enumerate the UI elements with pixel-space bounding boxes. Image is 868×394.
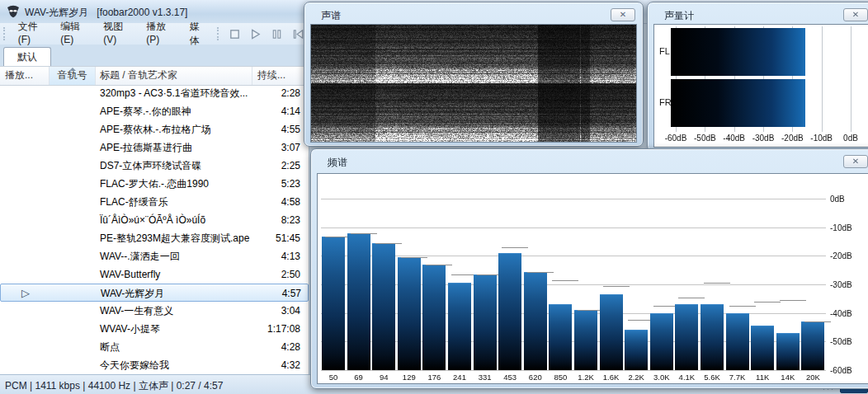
x-axis-label: 4.1K (673, 373, 700, 382)
gridline (321, 370, 826, 371)
toolbar-grip[interactable] (217, 27, 221, 40)
table-row[interactable]: WAV-Butterfly2:50 (0, 265, 309, 284)
x-axis-label: -10dB (810, 134, 833, 143)
x-axis-label: 620 (522, 373, 549, 382)
gridline (321, 284, 826, 285)
track-title: FLAC-舒缓音乐 (96, 193, 252, 211)
playlist-tabbar: 默认 (0, 45, 309, 66)
play-button[interactable] (247, 25, 265, 43)
table-row[interactable]: APE-拉德斯基进行曲3:07 (0, 138, 309, 157)
table-row[interactable]: 断点4:28 (0, 338, 309, 356)
window-title: 声量计 (664, 9, 694, 23)
spectrum-bar (574, 310, 597, 370)
stop-button[interactable] (226, 25, 244, 43)
table-row[interactable]: APE-蔡依林.-.布拉格广场4:55 (0, 120, 309, 138)
spectrum-peak-marker (780, 300, 806, 301)
y-axis-label: 0dB (830, 195, 845, 204)
playing-cell (0, 320, 50, 338)
table-row[interactable]: WAV--.潇洒走一回4:13 (0, 247, 309, 265)
tracknumber-cell (50, 211, 96, 229)
spectrum-bar (372, 243, 395, 370)
close-icon[interactable]: ✕ (843, 8, 868, 21)
gridline (321, 256, 826, 256)
spectrum-bar (549, 304, 572, 370)
toolbar-grip[interactable] (3, 27, 7, 40)
tracknumber-cell (50, 138, 96, 157)
column-header-duration[interactable]: 持续... (252, 67, 304, 85)
spectrum-peak-marker (704, 283, 730, 284)
tab-default-playlist[interactable]: 默认 (3, 47, 51, 67)
table-row[interactable]: 320mp3 - AC3·5.1省道环绕音效...2:28 (0, 84, 309, 102)
spectrum-peak-marker (804, 321, 831, 322)
x-axis-label: -30dB (752, 134, 775, 143)
spectrum-bar (422, 265, 446, 370)
spectrum-bar (726, 313, 749, 370)
table-row[interactable]: ▷WAV-光辉岁月4:57 (0, 284, 309, 302)
x-axis-label: 50 (320, 373, 347, 382)
x-axis-label: -50dB (694, 134, 716, 143)
x-axis-label: 2.2K (623, 373, 649, 382)
track-title: PE-整轨293M超大兼容度测试.ape (96, 229, 252, 247)
playing-cell (0, 157, 50, 175)
x-axis-label: -60dB (665, 134, 687, 143)
gridline (822, 26, 823, 132)
track-title: APE-拉德斯基进行曲 (96, 138, 252, 157)
vu-level-bar (671, 28, 805, 76)
tracknumber-cell (50, 302, 96, 320)
x-axis-label: 7.7K (724, 373, 751, 382)
track-duration: 4:57 (253, 284, 301, 301)
spectrum-bar (398, 257, 421, 370)
vu-meter-window: 声量计 ✕ -60dB-50dB-40dB-30dB-20dB-10dB0dBF… (647, 2, 868, 152)
playing-cell (0, 229, 50, 247)
playing-indicator-icon: ▷ (1, 284, 50, 301)
close-icon[interactable]: ✕ (611, 8, 635, 21)
track-title: DS7-立体声环绕试音碟 (96, 157, 252, 175)
spectrum-peak-marker (375, 243, 402, 244)
table-row[interactable]: APE-蔡琴.-.你的眼神4:14 (0, 102, 309, 120)
track-title: WVAV-小提琴 (96, 320, 252, 338)
playlist-panel: 播放... 音轨号 标题 / 音轨艺术家 持续... 320mp3 - AC3·… (0, 66, 309, 374)
tracknumber-cell (50, 338, 96, 356)
playing-cell (0, 211, 50, 229)
playing-cell (0, 247, 50, 265)
track-duration: 2:25 (252, 157, 300, 175)
spectrum-window: 频谱 ✕ 0dB-10dB-20dB-30dB-40dB-50dB-60dB50… (310, 148, 868, 389)
column-header-tracknumber[interactable]: 音轨号 (50, 67, 96, 85)
tracknumber-cell (50, 284, 97, 301)
playing-cell (0, 120, 50, 138)
table-row[interactable]: DS7-立体声环绕试音碟2:25 (0, 157, 309, 175)
tracknumber-cell (50, 102, 96, 120)
channel-label: FL (659, 46, 670, 56)
track-duration: 2:50 (252, 265, 300, 284)
table-row[interactable]: WVAV-小提琴1:17:08 (0, 320, 309, 338)
track-duration: 3:07 (252, 138, 300, 157)
table-row[interactable]: FLAC-舒缓音乐4:58 (0, 193, 309, 211)
x-axis-label: -40dB (723, 134, 745, 143)
table-row[interactable]: FLAC-罗大佑.-.恋曲19905:23 (0, 175, 309, 193)
spectrum-bar (625, 330, 648, 370)
pause-button[interactable] (268, 25, 286, 43)
column-header-title-artist[interactable]: 标题 / 音轨艺术家 (96, 67, 252, 85)
spectrum-bar (701, 304, 724, 370)
y-axis-label: -50dB (830, 337, 852, 346)
table-row[interactable]: WAV-一生有意义3:04 (0, 302, 309, 320)
spectrum-bar (474, 274, 497, 370)
tracknumber-cell (50, 320, 96, 338)
spectrum-bar (801, 321, 824, 370)
spectrum-peak-marker (754, 302, 781, 303)
column-header-playing[interactable]: 播放... (0, 67, 50, 85)
track-title: 断点 (96, 338, 252, 356)
close-icon[interactable]: ✕ (843, 155, 868, 168)
table-row[interactable]: PE-整轨293M超大兼容度测试.ape51:45 (0, 229, 309, 247)
spectrum-peak-marker (527, 272, 554, 273)
table-row[interactable]: 今天你要嫁给我4:32 (0, 356, 309, 374)
spectrogram-view (310, 24, 637, 143)
spectrum-peak-marker (678, 298, 705, 298)
table-row[interactable]: Ïû´ÅìÒ»ú×¨ÓÃºÅ ìÒ»úÍõ8:23 (0, 211, 309, 229)
spectrum-bar (347, 233, 370, 370)
spectrum-bar (751, 326, 774, 370)
spectrum-peak-marker (426, 265, 452, 265)
y-axis-label: -10dB (830, 223, 852, 232)
track-title: Ïû´ÅìÒ»ú×¨ÓÃºÅ ìÒ»úÍõ (96, 211, 252, 229)
track-duration: 4:32 (252, 356, 300, 374)
